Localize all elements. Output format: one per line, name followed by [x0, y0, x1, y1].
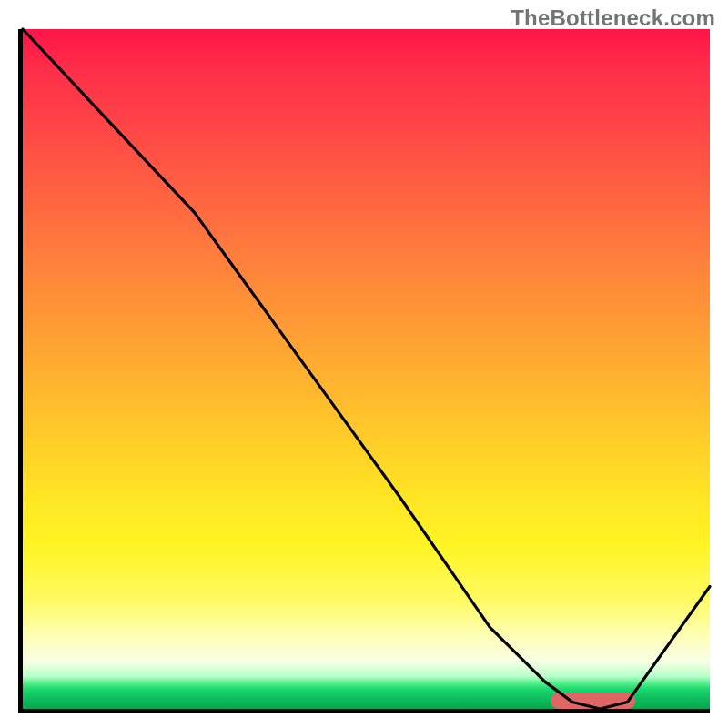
chart-overlay — [23, 29, 710, 709]
watermark-text: TheBottleneck.com — [511, 5, 715, 31]
curve-line — [23, 29, 710, 709]
chart-stage: TheBottleneck.com — [0, 0, 728, 728]
plot-area — [18, 29, 710, 713]
